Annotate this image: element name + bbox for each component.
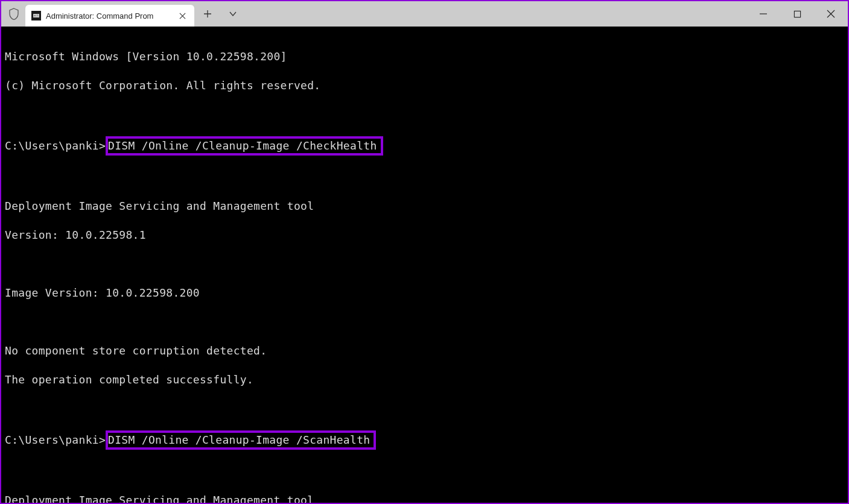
terminal-line: Deployment Image Servicing and Managemen… <box>5 199 844 213</box>
minimize-button[interactable] <box>746 1 780 27</box>
maximize-button[interactable] <box>780 1 814 27</box>
window-controls <box>746 1 848 27</box>
tab-actions <box>200 7 240 21</box>
tab-command-prompt[interactable]: C:\ Administrator: Command Prom <box>25 5 194 27</box>
terminal-blank <box>5 464 844 479</box>
prompt: C:\Users\panki> <box>5 433 106 447</box>
terminal-blank <box>5 107 844 122</box>
prompt-line-2: C:\Users\panki>DISM /Online /Cleanup-Ima… <box>5 430 844 450</box>
command-highlight-2: DISM /Online /Cleanup-Image /ScanHealth <box>106 430 376 450</box>
terminal-line: (c) Microsoft Corporation. All rights re… <box>5 78 844 93</box>
new-tab-button[interactable] <box>200 7 215 21</box>
terminal-blank <box>5 402 844 416</box>
terminal-line: Version: 10.0.22598.1 <box>5 228 844 242</box>
shield-icon <box>8 8 19 20</box>
terminal-line: No component store corruption detected. <box>5 344 844 358</box>
svg-rect-0 <box>794 11 800 17</box>
cmd-icon: C:\ <box>31 11 41 20</box>
terminal-line: The operation completed successfully. <box>5 373 844 387</box>
terminal-blank <box>5 315 844 329</box>
terminal-output[interactable]: Microsoft Windows [Version 10.0.22598.20… <box>1 27 848 504</box>
terminal-blank <box>5 257 844 271</box>
close-button[interactable] <box>814 1 848 27</box>
tab-close-button[interactable] <box>176 10 188 22</box>
terminal-line: Microsoft Windows [Version 10.0.22598.20… <box>5 49 844 64</box>
tab-dropdown-button[interactable] <box>226 7 240 21</box>
title-bar: C:\ Administrator: Command Prom <box>1 1 848 27</box>
terminal-blank <box>5 170 844 184</box>
command-text: DISM /Online /Cleanup-Image /ScanHealth <box>108 433 370 446</box>
command-text: DISM /Online /Cleanup-Image /CheckHealth <box>108 139 377 152</box>
prompt: C:\Users\panki> <box>5 139 106 153</box>
prompt-line-1: C:\Users\panki>DISM /Online /Cleanup-Ima… <box>5 136 844 156</box>
terminal-line: Deployment Image Servicing and Managemen… <box>5 493 844 504</box>
terminal-line: Image Version: 10.0.22598.200 <box>5 286 844 300</box>
command-highlight-1: DISM /Online /Cleanup-Image /CheckHealth <box>106 136 383 156</box>
tab-title: Administrator: Command Prom <box>46 11 153 20</box>
